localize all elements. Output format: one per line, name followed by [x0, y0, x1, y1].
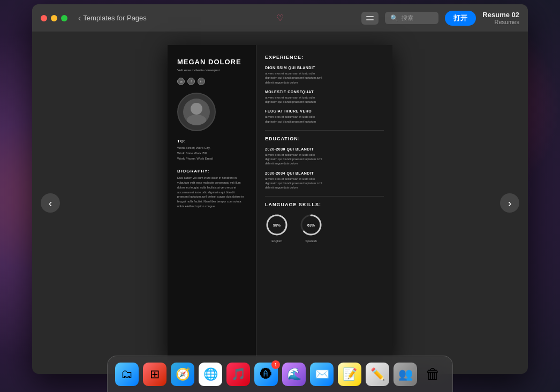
- dock-item-contacts[interactable]: 👥: [393, 363, 417, 386]
- exp-item-1: DIGNISSIM QUI BLANDIT at vero eros et ac…: [265, 66, 384, 85]
- prev-arrow-button[interactable]: ‹: [41, 193, 60, 213]
- dock-item-appstore[interactable]: 🅐 1: [254, 363, 278, 386]
- dock-item-trash[interactable]: 🗑: [421, 363, 445, 386]
- bio-label: BIOGRAPHY:: [177, 169, 246, 174]
- resume-tagline: Velit esse molestie consequat: [177, 68, 246, 72]
- titlebar: ‹ Templates for Pages ♡ 🔍 搜索 打开 Resume 0…: [32, 4, 528, 32]
- back-nav[interactable]: ‹ Templates for Pages: [78, 13, 147, 23]
- to-address: Work Street; Work City,Work State Work Z…: [177, 146, 246, 161]
- social-icon-2: f: [187, 78, 195, 85]
- exp-item-3-desc: at vero eros et accumsan et iusto odiodi…: [265, 115, 384, 124]
- avatar: [177, 93, 216, 131]
- template-name: Resume 02: [482, 11, 519, 19]
- search-placeholder: 搜索: [402, 14, 413, 22]
- lang-english-name: English: [271, 239, 282, 243]
- resume-right-panel: EXPERIENCE: DIGNISSIM QUI BLANDIT at ver…: [256, 45, 392, 361]
- exp-item-3: FEUGIAT IRIURE VERO at vero eros et accu…: [265, 109, 384, 124]
- traffic-lights: [41, 15, 67, 21]
- to-label: TO:: [177, 139, 246, 144]
- social-icons: ✉ f in: [177, 78, 246, 85]
- dock-item-textedit[interactable]: ✏️: [366, 363, 389, 386]
- language-title: LANGUAGE SKILLS:: [265, 202, 384, 209]
- dock-item-safari[interactable]: 🧭: [171, 363, 194, 386]
- search-icon: 🔍: [390, 14, 398, 22]
- toolbar-icon-btn[interactable]: [361, 12, 379, 25]
- language-circles: 98% English 63%: [265, 213, 384, 243]
- exp-item-1-title: DIGNISSIM QUI BLANDIT: [265, 66, 384, 70]
- search-bar[interactable]: 🔍 搜索: [385, 12, 438, 24]
- bio-section: BIOGRAPHY: Duis autem vel eum iriure dol…: [177, 169, 246, 209]
- experience-section: EXPERIENCE: DIGNISSIM QUI BLANDIT at ver…: [265, 55, 384, 124]
- lang-spanish-pct: 63%: [299, 213, 323, 237]
- open-button[interactable]: 打开: [445, 11, 476, 26]
- exp-item-1-desc: at vero eros et accumsan et iusto odiodi…: [265, 71, 384, 85]
- dock-item-arc[interactable]: 🌊: [282, 363, 306, 386]
- divider-2: [265, 196, 384, 197]
- language-section: LANGUAGE SKILLS: 98% English: [265, 202, 384, 243]
- titlebar-right: 🔍 搜索 打开 Resume 02 Resumes: [361, 11, 519, 26]
- dock-item-chrome[interactable]: 🌐: [199, 363, 222, 386]
- resume-preview: MEGAN DOLORE Velit esse molestie consequ…: [168, 45, 392, 361]
- close-button[interactable]: [41, 15, 47, 21]
- edu-item-1: 2020-2030 QUI BLANDIT at vero eros et ac…: [265, 147, 384, 166]
- education-section: EDUCATION: 2020-2030 QUI BLANDIT at vero…: [265, 136, 384, 190]
- back-label: Templates for Pages: [83, 14, 147, 22]
- lang-circle-english-wrap: 98%: [265, 213, 289, 237]
- exp-item-2-title: MOLESTIE CONSEQUAT: [265, 90, 384, 94]
- appstore-badge: 1: [271, 360, 280, 369]
- dock-item-finder[interactable]: 🗂: [115, 363, 139, 386]
- dock-item-music[interactable]: 🎵: [226, 363, 250, 386]
- svg-rect-0: [366, 16, 374, 17]
- resume-left-panel: MEGAN DOLORE Velit esse molestie consequ…: [168, 45, 256, 361]
- edu-item-2-desc: at vero eros et accumsan et iusto odiodi…: [265, 177, 384, 190]
- social-icon-3: in: [198, 78, 205, 85]
- dock-item-launchpad[interactable]: ⊞: [143, 363, 167, 386]
- svg-rect-1: [366, 19, 374, 20]
- minimize-button[interactable]: [51, 15, 57, 21]
- template-category: Resumes: [482, 19, 519, 25]
- content-area: ‹ MEGAN DOLORE Velit esse molestie conse…: [32, 32, 528, 374]
- exp-item-2-desc: at vero eros et accumsan et iusto odiodi…: [265, 95, 384, 104]
- resume-name: MEGAN DOLORE: [177, 58, 246, 66]
- next-arrow-button[interactable]: ›: [500, 193, 519, 213]
- experience-title: EXPERIENCE:: [265, 55, 384, 62]
- education-title: EDUCATION:: [265, 136, 384, 143]
- bio-text: Duis autem vel eum iriure dolor in hendr…: [177, 176, 246, 209]
- social-icon-1: ✉: [177, 78, 185, 85]
- lang-item-english: 98% English: [265, 213, 289, 243]
- dock: 🗂 ⊞ 🧭 🌐 🎵 🅐 1 🌊 ✉️ 📝 ✏️ 👥 🗑: [107, 356, 453, 392]
- edu-item-1-title: 2020-2030 QUI BLANDIT: [265, 147, 384, 151]
- to-section: TO: Work Street; Work City,Work State Wo…: [177, 139, 246, 161]
- main-window: ‹ Templates for Pages ♡ 🔍 搜索 打开 Resume 0…: [32, 4, 528, 374]
- edu-item-2: 2030-2034 QUI BLANDIT at vero eros et ac…: [265, 171, 384, 190]
- back-arrow-icon: ‹: [78, 13, 81, 23]
- dock-item-mail[interactable]: ✉️: [310, 363, 334, 386]
- lang-spanish-name: Spanish: [305, 239, 317, 243]
- lang-circle-spanish-wrap: 63%: [299, 213, 323, 237]
- edu-item-1-desc: at vero eros et accumsan et iusto odiodi…: [265, 153, 384, 166]
- dock-item-notes[interactable]: 📝: [338, 363, 361, 386]
- lang-english-pct: 98%: [265, 213, 289, 237]
- titlebar-center: ♡: [276, 13, 284, 23]
- template-info: Resume 02 Resumes: [482, 11, 519, 25]
- favorite-icon[interactable]: ♡: [276, 13, 284, 23]
- lang-item-spanish: 63% Spanish: [299, 213, 323, 243]
- exp-item-2: MOLESTIE CONSEQUAT at vero eros et accum…: [265, 90, 384, 104]
- divider-1: [265, 130, 384, 131]
- avatar-image: [183, 99, 210, 125]
- edu-item-2-title: 2030-2034 QUI BLANDIT: [265, 171, 384, 175]
- exp-item-3-title: FEUGIAT IRIURE VERO: [265, 109, 384, 113]
- fullscreen-button[interactable]: [61, 15, 67, 21]
